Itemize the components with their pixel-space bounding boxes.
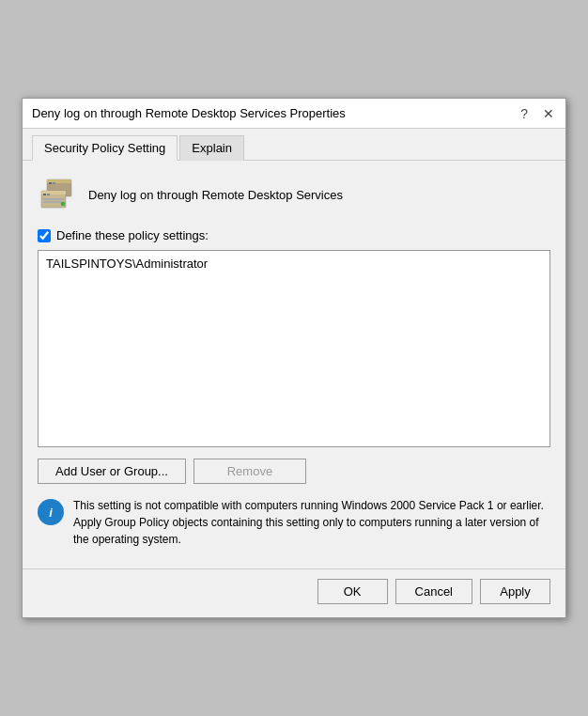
svg-rect-8 (43, 198, 64, 200)
define-policy-label: Define these policy settings: (56, 228, 209, 242)
cancel-button[interactable]: Cancel (395, 579, 472, 604)
svg-rect-2 (49, 182, 52, 184)
server-icon (38, 176, 75, 213)
close-button[interactable]: ✕ (541, 107, 556, 120)
window-title: Deny log on through Remote Desktop Servi… (32, 106, 346, 120)
define-policy-checkbox[interactable] (38, 229, 51, 242)
add-user-button[interactable]: Add User or Group... (38, 459, 186, 484)
apply-button[interactable]: Apply (480, 579, 550, 604)
define-policy-row: Define these policy settings: (38, 228, 550, 242)
dialog-content: Deny log on through Remote Desktop Servi… (23, 161, 565, 568)
svg-rect-9 (43, 201, 64, 203)
title-bar-controls: ? ✕ (518, 107, 556, 120)
ok-button[interactable]: OK (317, 579, 388, 604)
info-icon: i (38, 499, 64, 525)
svg-rect-7 (47, 194, 50, 195)
policy-title: Deny log on through Remote Desktop Servi… (88, 188, 343, 202)
title-bar: Deny log on through Remote Desktop Servi… (23, 99, 565, 129)
tab-security-policy-setting[interactable]: Security Policy Setting (32, 135, 178, 161)
help-button[interactable]: ? (518, 107, 530, 120)
policy-header: Deny log on through Remote Desktop Servi… (38, 176, 550, 213)
svg-point-10 (61, 202, 65, 206)
remove-button[interactable]: Remove (193, 459, 306, 484)
svg-rect-6 (43, 194, 46, 195)
info-text: This setting is not compatible with comp… (73, 497, 550, 548)
info-box: i This setting is not compatible with co… (38, 497, 550, 548)
dialog-window: Deny log on through Remote Desktop Servi… (22, 98, 566, 618)
button-row: Add User or Group... Remove (38, 459, 550, 484)
title-bar-left: Deny log on through Remote Desktop Servi… (32, 106, 346, 120)
svg-rect-3 (53, 182, 55, 184)
tab-bar: Security Policy Setting Explain (23, 129, 565, 161)
users-listbox[interactable]: TAILSPINTOYS\Administrator (38, 250, 550, 447)
list-item: TAILSPINTOYS\Administrator (42, 255, 546, 272)
dialog-footer: OK Cancel Apply (23, 568, 565, 617)
tab-explain[interactable]: Explain (179, 135, 244, 161)
